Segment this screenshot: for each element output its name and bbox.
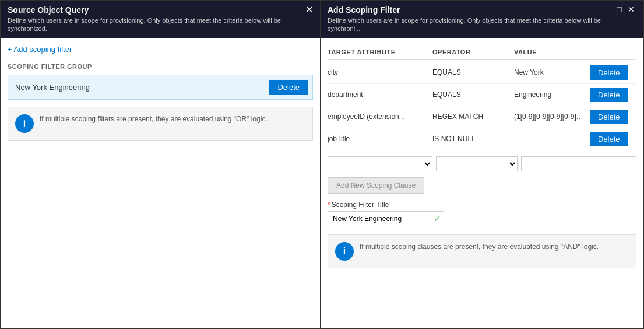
col-value: VALUE xyxy=(514,48,590,55)
row-value: New York xyxy=(514,68,590,76)
row-value: (1[0-9][0-9][0-9][0-9][0-9][0-9]... xyxy=(514,113,590,121)
scoping-filter-group-label: SCOPING FILTER GROUP xyxy=(8,63,313,70)
left-panel-header: Source Object Query Define which users a… xyxy=(1,1,320,38)
add-scoping-filter-link[interactable]: + Add scoping filter xyxy=(8,45,313,54)
or-logic-info-box: i If multiple scoping filters are presen… xyxy=(8,107,313,141)
info-icon-right: i xyxy=(335,242,354,261)
row-delete-button-0[interactable]: Delete xyxy=(590,65,628,80)
title-valid-checkmark: ✓ xyxy=(434,214,441,223)
window-controls: □ ✕ xyxy=(615,5,636,13)
and-logic-info-text: If multiple scoping clauses are present,… xyxy=(360,242,599,252)
row-delete-button-3[interactable]: Delete xyxy=(590,132,628,146)
close-button[interactable]: ✕ xyxy=(626,5,636,13)
right-panel-header: Add Scoping Filter Define which users ar… xyxy=(321,1,643,38)
col-operator: OPERATOR xyxy=(432,48,514,55)
operator-select[interactable] xyxy=(436,156,518,172)
target-attribute-select[interactable] xyxy=(328,156,432,172)
right-panel-subtitle: Define which users are in scope for prov… xyxy=(328,16,615,33)
row-operator: EQUALS xyxy=(432,90,514,99)
table-row: employeeID (extension... REGEX MATCH (1[… xyxy=(328,106,636,128)
new-clause-row xyxy=(328,156,636,172)
row-operator: IS NOT NULL xyxy=(432,135,514,143)
scoping-title-label: *Scoping Filter Title xyxy=(328,201,636,209)
row-target-attr: city xyxy=(328,68,432,76)
filter-group-item: New York Engineering Delete xyxy=(8,75,313,100)
and-logic-info-box: i If multiple scoping clauses are presen… xyxy=(328,235,636,268)
scoping-title-section: *Scoping Filter Title ✓ xyxy=(328,201,636,226)
left-panel-close-button[interactable]: ✕ xyxy=(301,5,313,15)
row-target-attr: employeeID (extension... xyxy=(328,113,432,121)
table-header-row: TARGET ATTRIBUTE OPERATOR VALUE xyxy=(328,45,636,60)
col-target-attribute: TARGET ATTRIBUTE xyxy=(328,48,432,55)
left-panel-title: Source Object Query xyxy=(8,5,301,15)
row-target-attr: jobTitle xyxy=(328,135,432,143)
add-new-scoping-clause-button[interactable]: Add New Scoping Clause xyxy=(328,177,424,194)
filter-group-delete-button[interactable]: Delete xyxy=(269,80,308,94)
right-panel-title: Add Scoping Filter xyxy=(328,5,615,15)
col-actions xyxy=(590,48,636,55)
required-star: * xyxy=(328,201,330,209)
value-input[interactable] xyxy=(521,156,636,172)
title-input-wrap: ✓ xyxy=(328,211,444,226)
right-panel: Add Scoping Filter Define which users ar… xyxy=(321,0,644,329)
minimize-button[interactable]: □ xyxy=(615,5,624,13)
row-operator: EQUALS xyxy=(432,68,514,76)
row-delete-button-2[interactable]: Delete xyxy=(590,110,628,124)
row-value: Engineering xyxy=(514,90,590,99)
or-logic-info-text: If multiple scoping filters are present,… xyxy=(40,114,268,124)
filter-group-name: New York Engineering xyxy=(15,83,90,92)
table-row: jobTitle IS NOT NULL Delete xyxy=(328,128,636,150)
row-target-attr: department xyxy=(328,90,432,99)
left-panel-body: + Add scoping filter SCOPING FILTER GROU… xyxy=(1,38,320,328)
row-operator: REGEX MATCH xyxy=(432,113,514,121)
left-panel-subtitle: Define which users are in scope for prov… xyxy=(8,16,301,33)
info-icon: i xyxy=(15,114,34,133)
row-delete-button-1[interactable]: Delete xyxy=(590,88,628,102)
table-row: city EQUALS New York Delete xyxy=(328,62,636,84)
right-panel-body: TARGET ATTRIBUTE OPERATOR VALUE city EQU… xyxy=(321,38,643,328)
scoping-title-input[interactable] xyxy=(328,211,444,226)
left-panel: Source Object Query Define which users a… xyxy=(0,0,321,329)
table-row: department EQUALS Engineering Delete xyxy=(328,84,636,106)
